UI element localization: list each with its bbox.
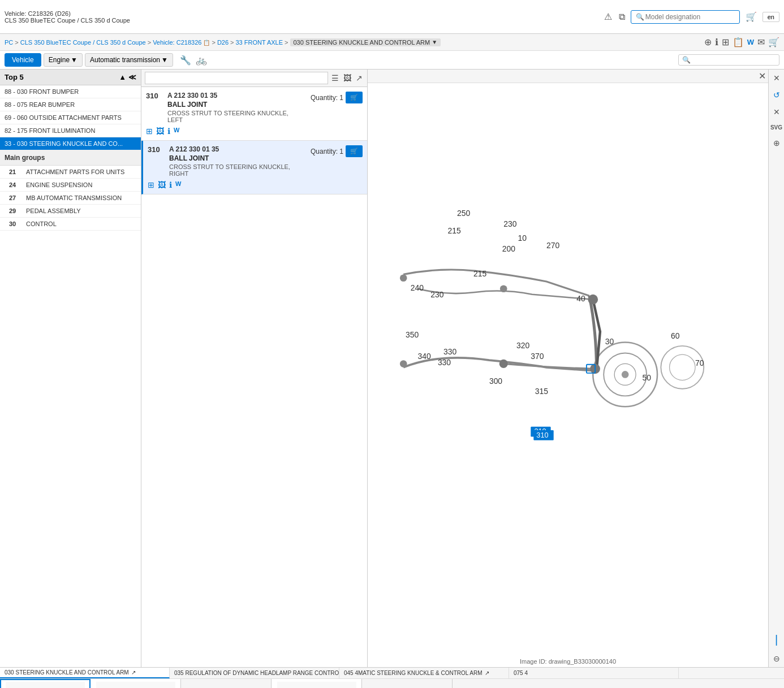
thumbnail-045[interactable] — [272, 679, 362, 688]
sidebar-group-27[interactable]: 27 MB AUTOMATIC TRANSMISSION — [0, 192, 141, 205]
svg-rect-21 — [277, 682, 356, 688]
thumb-svg-030 — [6, 682, 85, 688]
wis-icon-1[interactable]: W — [174, 127, 179, 136]
sidebar-item-33-030[interactable]: 33 - 030 STEERING KNUCKLE AND CO... — [0, 137, 141, 150]
sidebar-group-30[interactable]: 30 CONTROL — [0, 218, 141, 231]
svg-icon[interactable]: SVG — [769, 123, 784, 132]
open-icon[interactable]: ↗ — [355, 72, 364, 84]
part-row-1-top: 310 A 212 330 01 35 BALL JOINT CROSS STR… — [146, 92, 363, 124]
model-search-input[interactable] — [645, 13, 736, 21]
tab-automatic-transmission[interactable]: Automatic transmission ▼ — [85, 53, 173, 67]
bottom-label-045[interactable]: 045 4MATIC STEERING KNUCKLE & CONTROL AR… — [339, 668, 509, 678]
sidebar: Top 5 ▲ ≪ 88 - 030 FRONT BUMPER 88 - 075… — [0, 70, 141, 667]
warning-icon[interactable]: ⚠ — [603, 10, 613, 23]
wis-icon[interactable]: W — [747, 38, 754, 46]
label-230: 230 — [503, 219, 516, 228]
diagram-area[interactable]: 250 230 270 200 215 215 240 230 10 40 30… — [368, 83, 768, 667]
sidebar-item-69-060[interactable]: 69 - 060 OUTSIDE ATTACHMENT PARTS — [0, 111, 141, 124]
blue-indicator-icon[interactable]: | — [773, 631, 779, 648]
bottom-strip: 030 STEERING KNUCKLE AND CONTROL ARM ↗ 0… — [0, 667, 784, 688]
breadcrumb-pc[interactable]: PC — [5, 39, 13, 46]
wrench-icon[interactable]: 🔧 — [179, 54, 192, 67]
sidebar-item-82-175[interactable]: 82 - 175 FRONT ILLUMINATION — [0, 124, 141, 137]
search-icon[interactable]: 🔍 — [635, 12, 645, 22]
image-icon-2[interactable]: 🖼 — [158, 180, 166, 189]
mail-icon[interactable]: ✉ — [757, 37, 765, 47]
label-230b: 230 — [430, 290, 443, 299]
thumbnail-035[interactable] — [91, 679, 181, 688]
parts-list: 310 A 212 330 01 35 BALL JOINT CROSS STR… — [141, 87, 367, 667]
sidebar-group-21[interactable]: 21 ATTACHMENT PARTS FOR UNITS — [0, 166, 141, 179]
info-icon[interactable]: ℹ — [715, 37, 718, 47]
sidebar-item-88-030[interactable]: 88 - 030 FRONT BUMPER — [0, 85, 141, 98]
bottom-label-030[interactable]: 030 STEERING KNUCKLE AND CONTROL ARM ↗ — [0, 668, 170, 678]
refresh-icon[interactable]: ↺ — [772, 89, 782, 101]
zoom-in-right-icon[interactable]: ⊕ — [772, 137, 782, 149]
table-icon-2[interactable]: ⊞ — [148, 180, 154, 189]
table-icon-1[interactable]: ⊞ — [146, 127, 153, 136]
header-right: ⚠ ⧉ 🔍 🛒 en — [603, 10, 779, 24]
thumb-svg-035 — [96, 682, 175, 688]
zoom-out-icon[interactable]: ⊖ — [772, 652, 782, 665]
image-view-icon[interactable]: 🖼 — [342, 72, 352, 84]
lang-button[interactable]: en — [763, 12, 779, 22]
part-row-1[interactable]: 310 A 212 330 01 35 BALL JOINT CROSS STR… — [141, 87, 367, 141]
tab-engine[interactable]: Engine ▼ — [44, 53, 83, 67]
part-name-1: BALL JOINT — [167, 101, 306, 109]
breadcrumb-vehicle[interactable]: Vehicle: C218326 📋 — [153, 39, 210, 46]
sidebar-group-24[interactable]: 24 ENGINE SUSPENSION — [0, 179, 141, 192]
diagram-svg: 250 230 270 200 215 215 240 230 10 40 30… — [368, 83, 768, 609]
tab-search-input[interactable] — [691, 56, 776, 64]
thumbnail-empty-1 — [181, 679, 272, 688]
bike-icon[interactable]: 🚲 — [195, 54, 208, 67]
svg-text:310: 310 — [536, 431, 548, 439]
sidebar-group-29[interactable]: 29 PEDAL ASSEMBLY — [0, 205, 141, 218]
svg-rect-18 — [96, 682, 175, 688]
sidebar-main-groups-header: Main groups — [0, 150, 141, 166]
label-200: 200 — [502, 244, 515, 253]
info-icon-1[interactable]: ℹ — [167, 127, 170, 136]
x-icon[interactable]: ✕ — [772, 106, 782, 118]
close-diagram-icon[interactable]: ✕ — [759, 71, 766, 81]
close-icon[interactable]: ≪ — [128, 73, 136, 81]
open-icon[interactable]: ↗ — [131, 669, 136, 676]
header-left: Vehicle: C218326 (D26) CLS 350 BlueTEC C… — [5, 10, 130, 24]
breadcrumb-front-axle[interactable]: 33 FRONT AXLE — [236, 39, 283, 46]
bottom-label-035[interactable]: 035 REGULATION OF DYNAMIC HEADLAMP RANGE… — [170, 668, 339, 678]
part-qty-1: Quantity: 1 🛒 — [311, 92, 363, 103]
copy-icon[interactable]: ⧉ — [618, 11, 626, 23]
close-right-icon[interactable]: ✕ — [772, 72, 782, 84]
tab-search-box[interactable]: 🔍 — [678, 54, 779, 66]
search-icon: 🔍 — [682, 56, 691, 64]
model-search-box[interactable]: 🔍 — [631, 10, 740, 24]
thumbnail-030[interactable] — [0, 679, 91, 688]
list-view-icon[interactable]: ☰ — [330, 72, 340, 84]
zoom-in-icon[interactable]: ⊕ — [704, 37, 712, 47]
breadcrumb-model[interactable]: CLS 350 BlueTEC Coupe / CLS 350 d Coupe — [20, 39, 146, 46]
add-to-cart-button-2[interactable]: 🛒 — [346, 145, 363, 157]
open-icon[interactable]: ↗ — [485, 670, 489, 676]
thumbnail-empty-2 — [362, 679, 453, 688]
add-to-cart-button-1[interactable]: 🛒 — [346, 92, 363, 103]
tabs-bar: Vehicle Engine ▼ Automatic transmission … — [0, 51, 784, 70]
basket-icon[interactable]: 🛒 — [768, 37, 779, 47]
diagram-panel: ✕ — [368, 70, 768, 667]
breadcrumb-current[interactable]: 030 STEERING KNUCKLE AND CONTROL ARM ▼ — [290, 38, 441, 46]
part-pos-2: 310 — [148, 145, 165, 154]
parts-filter-input[interactable] — [145, 72, 328, 84]
image-icon-1[interactable]: 🖼 — [156, 127, 164, 136]
document-icon[interactable]: 📋 — [733, 37, 744, 47]
part-row-2[interactable]: 310 A 212 330 01 35 BALL JOINT CROSS STR… — [141, 141, 367, 194]
collapse-icon[interactable]: ▲ — [119, 73, 126, 81]
sidebar-item-88-075[interactable]: 88 - 075 REAR BUMPER — [0, 98, 141, 111]
tab-vehicle[interactable]: Vehicle — [5, 53, 41, 67]
bottom-label-075[interactable]: 075 4 — [509, 668, 679, 678]
filter-icon[interactable]: ⊞ — [722, 37, 729, 47]
breadcrumb-d26[interactable]: D26 — [217, 39, 229, 46]
wis-icon-2[interactable]: W — [175, 180, 181, 189]
parts-panel: ☰ 🖼 ↗ 310 A 212 330 01 35 BALL JOINT CRO… — [141, 70, 368, 667]
label-330b: 330 — [438, 358, 451, 367]
part-code-1: A 212 330 01 35 — [167, 92, 306, 99]
cart-icon[interactable]: 🛒 — [744, 10, 758, 23]
info-icon-2[interactable]: ℹ — [169, 180, 172, 189]
